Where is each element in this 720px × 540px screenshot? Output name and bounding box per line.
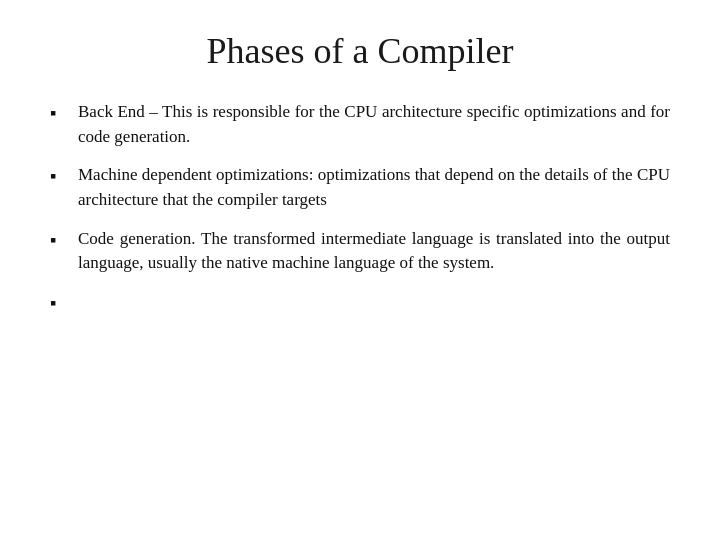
bullet-item-1: ▪ Back End – This is responsible for the… [50, 100, 670, 149]
bullet-item-4: ▪ [50, 290, 670, 316]
bullet-symbol-4: ▪ [50, 290, 70, 316]
bullet-text-2: Machine dependent optimizations: optimiz… [78, 163, 670, 212]
bullet-item-3: ▪ Code generation. The transformed inter… [50, 227, 670, 276]
bullet-text-1: Back End – This is responsible for the C… [78, 100, 670, 149]
bullet-item-2: ▪ Machine dependent optimizations: optim… [50, 163, 670, 212]
bullet-symbol-2: ▪ [50, 163, 70, 189]
bullet-symbol-1: ▪ [50, 100, 70, 126]
content-area: ▪ Back End – This is responsible for the… [50, 100, 670, 330]
bullet-symbol-3: ▪ [50, 227, 70, 253]
bullet-text-3: Code generation. The transformed interme… [78, 227, 670, 276]
page-title: Phases of a Compiler [207, 30, 514, 72]
